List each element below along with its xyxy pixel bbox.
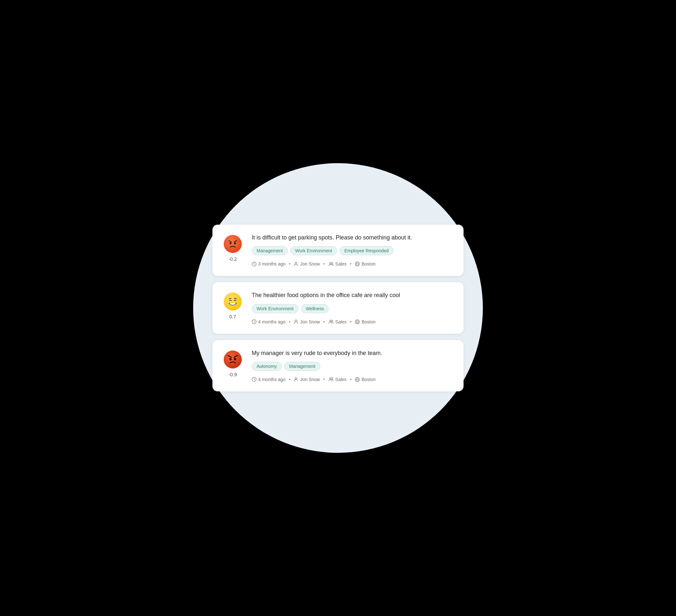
svg-point-31 [234, 358, 236, 360]
separator: • [350, 261, 352, 267]
angry-face-red-icon [224, 350, 242, 370]
svg-point-23 [331, 320, 333, 322]
separator: • [323, 319, 325, 325]
svg-point-21 [295, 320, 297, 322]
clock-icon [252, 377, 257, 382]
separator: • [289, 261, 291, 267]
svg-line-34 [254, 380, 255, 380]
feedback-text: My manager is very rude to everybody in … [252, 349, 453, 357]
time-meta: 3 months ago [252, 261, 286, 267]
svg-point-10 [331, 262, 333, 264]
svg-point-8 [295, 262, 297, 264]
emoji-col: 0.7 [221, 291, 244, 319]
meta-info: 4 months ago • Jon Snow • [252, 319, 453, 325]
group-meta: Sales [328, 377, 347, 382]
globe-icon [355, 319, 360, 324]
time-text: 4 months ago [258, 319, 286, 324]
group-text: Sales [335, 377, 347, 382]
separator: • [289, 377, 291, 382]
location-meta: Boston [355, 319, 376, 324]
separator: • [350, 377, 352, 382]
happy-face-icon [224, 292, 242, 312]
group-icon [328, 319, 334, 324]
person-name: Jon Snow [300, 319, 320, 324]
svg-point-37 [331, 378, 333, 380]
location-text: Boston [361, 261, 376, 267]
meta-info: 4 months ago • Jon Snow • [252, 377, 453, 382]
group-meta: Sales [328, 319, 347, 324]
svg-point-4 [234, 242, 236, 244]
tag[interactable]: Management [252, 246, 288, 255]
tag[interactable]: Employee Responded [340, 246, 394, 255]
cards-container: -0.2 It is difficult to get parking spot… [213, 218, 463, 398]
separator: • [289, 319, 291, 325]
svg-point-36 [329, 378, 331, 380]
content-col: It is difficult to get parking spots. Pl… [252, 234, 453, 267]
location-meta: Boston [355, 261, 376, 267]
tag[interactable]: Management [284, 362, 320, 371]
tag[interactable]: Wellness [301, 304, 329, 313]
tag[interactable]: Autonomy [252, 362, 282, 371]
separator: • [323, 261, 325, 267]
svg-line-7 [254, 264, 255, 265]
svg-line-15 [229, 298, 231, 299]
meta-info: 3 months ago • Jon Snow • [252, 261, 453, 267]
clock-icon [252, 319, 257, 324]
group-icon [328, 377, 334, 382]
svg-point-9 [329, 262, 331, 264]
person-meta: Jon Snow [294, 377, 320, 382]
group-meta: Sales [328, 261, 347, 267]
location-text: Boston [361, 319, 376, 324]
clock-icon [252, 262, 257, 267]
person-name: Jon Snow [300, 377, 320, 382]
content-col: The healthier food options in the office… [252, 291, 453, 324]
person-meta: Jon Snow [294, 319, 320, 324]
angry-face-icon [224, 235, 242, 254]
tags-list: AutonomyManagement [252, 362, 453, 371]
svg-line-16 [234, 298, 236, 299]
svg-point-35 [295, 378, 297, 380]
time-meta: 4 months ago [252, 319, 286, 324]
globe-icon [355, 377, 360, 382]
tags-list: Work EnvironmentWellness [252, 304, 453, 313]
emoji-col: -0.9 [221, 349, 244, 377]
group-text: Sales [335, 261, 347, 267]
separator: • [350, 319, 352, 325]
tag[interactable]: Work Environment [252, 304, 298, 313]
sentiment-score: 0.7 [229, 314, 236, 319]
globe-icon [355, 261, 360, 267]
feedback-text: It is difficult to get parking spots. Pl… [252, 234, 453, 242]
feedback-card-1: -0.2 It is difficult to get parking spot… [213, 225, 463, 276]
feedback-card-2: 0.7 The healthier food options in the of… [213, 282, 463, 333]
emoji-col: -0.2 [221, 234, 244, 262]
location-text: Boston [361, 377, 376, 382]
person-meta: Jon Snow [294, 261, 320, 267]
svg-point-14 [224, 292, 242, 311]
svg-point-27 [224, 350, 242, 369]
time-meta: 4 months ago [252, 377, 286, 382]
background-circle: -0.2 It is difficult to get parking spot… [193, 163, 483, 453]
separator: • [323, 377, 325, 382]
feedback-card-3: -0.9 My manager is very rude to everybod… [213, 340, 463, 391]
time-text: 3 months ago [258, 261, 286, 267]
time-text: 4 months ago [258, 377, 286, 382]
svg-line-20 [254, 322, 255, 323]
tag[interactable]: Work Environment [290, 246, 337, 255]
svg-point-3 [229, 242, 231, 244]
person-name: Jon Snow [300, 261, 320, 267]
content-col: My manager is very rude to everybody in … [252, 349, 453, 382]
svg-point-22 [329, 320, 331, 322]
svg-point-0 [224, 235, 242, 253]
group-text: Sales [335, 319, 347, 324]
person-icon [294, 319, 298, 324]
sentiment-score: -0.9 [229, 372, 237, 377]
sentiment-score: -0.2 [229, 256, 237, 262]
svg-point-30 [229, 358, 232, 360]
feedback-text: The healthier food options in the office… [252, 291, 453, 299]
person-icon [294, 262, 298, 267]
group-icon [328, 262, 334, 267]
person-icon [294, 377, 298, 382]
tags-list: ManagementWork EnvironmentEmployee Respo… [252, 246, 453, 255]
location-meta: Boston [355, 377, 376, 382]
